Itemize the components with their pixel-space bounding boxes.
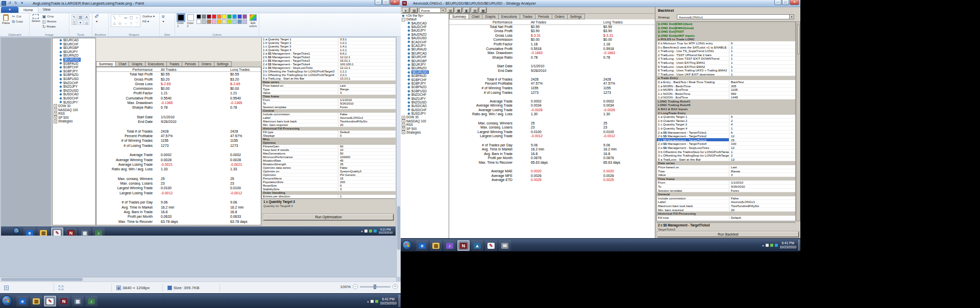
shape-glyph-8[interactable]: ☆ xyxy=(129,21,134,26)
tree-item[interactable]: $AUDCHF xyxy=(401,25,449,29)
mail-icon[interactable]: ✉ xyxy=(499,240,511,251)
shape-glyph-2[interactable]: ▭ xyxy=(123,15,128,20)
start-button[interactable] xyxy=(2,295,12,306)
param-row[interactable]: 1 c Quantity Target 34 xyxy=(657,122,795,126)
tree-item[interactable]: $EURUSD xyxy=(401,70,449,74)
tray-icon[interactable] xyxy=(770,244,773,247)
zoom-slider[interactable] xyxy=(360,286,390,288)
canvas-horizontal-scrollbar[interactable] xyxy=(0,277,396,281)
crop-button[interactable]: ▣Crop xyxy=(42,14,57,19)
run-backtest-button[interactable]: Run Backtest xyxy=(657,232,799,237)
undo-icon[interactable]: ↺ xyxy=(7,1,12,6)
tree-item[interactable]: $CADCHF xyxy=(401,40,449,44)
param-row[interactable]: 3 c Offsetting the TrailingStop for LONG… xyxy=(657,153,795,158)
param-row[interactable]: 1 c NOON - BeginTime950 xyxy=(657,92,795,96)
param-row[interactable]: 0 b Minimum True for MTF LONG entry6 xyxy=(657,41,795,45)
param-row[interactable]: a Trade Entry xyxy=(657,76,795,80)
param-row[interactable]: 1 TrailLong - Use TS_SupaTrend LONG1 xyxy=(657,49,795,53)
palette-swatch-16[interactable] xyxy=(227,19,232,24)
paste-button[interactable]: Paste xyxy=(2,14,10,24)
shape-glyph-7[interactable]: → xyxy=(123,21,128,26)
edit-colors-button[interactable]: Edit colors xyxy=(249,14,257,28)
tray-icon[interactable] xyxy=(371,300,374,303)
expand-icon[interactable]: + xyxy=(402,116,405,119)
analyzer-titlebar[interactable]: N AeurusdLONGv1 - $EURUSD/$EURUSD/$EURUS… xyxy=(401,0,800,7)
tab-executions[interactable]: Executions xyxy=(499,14,520,19)
minimize-button[interactable]: — xyxy=(774,0,781,5)
windows-explorer-icon[interactable]: ▤ xyxy=(30,296,42,306)
parameter-grid-scrollbar[interactable] xyxy=(796,21,800,221)
palette-swatch-7[interactable] xyxy=(232,14,237,19)
hidden-icons-icon[interactable]: ▲ xyxy=(762,244,765,247)
tab-settings[interactable]: Settings xyxy=(568,14,585,19)
maximize-button[interactable]: ▢ xyxy=(382,0,389,5)
expand-icon[interactable]: + xyxy=(402,127,405,131)
tree-item[interactable]: $NZDUSD xyxy=(401,100,449,104)
zoom-in-button[interactable]: + xyxy=(393,284,398,289)
param-row[interactable]: 2 TrailLong - TSST UPtrend flat 2 bars1 xyxy=(657,53,795,57)
param-row[interactable]: 2 e $$ Management - StopLossTicks12 xyxy=(657,146,795,150)
internet-explorer-icon[interactable]: e xyxy=(16,296,29,306)
palette-swatch-4[interactable] xyxy=(217,14,222,19)
start-button[interactable] xyxy=(402,240,412,250)
ninjatrader-icon[interactable]: N xyxy=(457,240,470,251)
color-picker-icon[interactable]: ✦ xyxy=(78,20,83,25)
param-row[interactable]: 1 d NOON - EndTime1445 xyxy=(657,95,795,99)
param-row[interactable]: 1 b MORN - EndTime1105 xyxy=(657,88,795,92)
tab-graphs[interactable]: Graphs xyxy=(482,14,499,19)
tab-periods[interactable]: Periods xyxy=(535,14,552,19)
shape-glyph-5[interactable]: △ xyxy=(112,21,117,26)
palette-swatch-1[interactable] xyxy=(202,14,206,19)
param-row[interactable]: 4 TrailLong - Uses EXITing EMA11 xyxy=(657,61,795,65)
eraser-icon[interactable]: ◫ xyxy=(71,20,77,25)
param-row[interactable]: Include commissionFalse xyxy=(657,196,795,200)
tree-item[interactable]: $EURCHF xyxy=(401,55,449,59)
tree-item[interactable]: +NASDAQ 100 xyxy=(401,119,449,123)
hidden-icons-icon[interactable]: ▲ xyxy=(367,300,370,303)
param-row[interactable]: [LONG Exit]EMA2(slow) xyxy=(657,26,795,30)
tree-item[interactable]: <On the fly> xyxy=(401,14,449,17)
palette-swatch-18[interactable] xyxy=(237,19,242,24)
palette-swatch-0[interactable] xyxy=(197,14,201,19)
copy-button[interactable]: ⧉Copy xyxy=(12,19,23,24)
display-unit-dropdown[interactable]: Points ▼ xyxy=(419,8,446,13)
tree-item[interactable]: $USDCAD xyxy=(401,104,449,108)
param-row[interactable]: a RULES to Trade LONG xyxy=(657,37,795,41)
param-row[interactable]: LabelAeurusdLONGv1 xyxy=(657,200,795,204)
palette-swatch-8[interactable] xyxy=(237,14,242,19)
param-row[interactable]: 2 LongTrade Entry xyxy=(657,111,795,115)
canvas-vertical-scrollbar[interactable] xyxy=(396,37,401,277)
paint-icon[interactable]: ✎ xyxy=(485,240,497,251)
param-row[interactable]: 1 d Quantity Target 41 xyxy=(657,126,795,131)
app-window-1-icon[interactable]: ▦ xyxy=(71,296,84,306)
tree-item[interactable]: $NZDJPY xyxy=(401,97,449,100)
palette-swatch-2[interactable] xyxy=(207,14,211,19)
select-button[interactable]: Select xyxy=(32,14,40,22)
instrument-list-icon[interactable]: ▤ xyxy=(411,8,418,13)
scrollbar-thumb[interactable] xyxy=(1,278,83,281)
toolbar-icon-3[interactable]: ◧ xyxy=(463,8,470,13)
param-row[interactable]: [LONG Exit]TSST xyxy=(657,30,795,34)
param-row[interactable]: b BA1 & BA2 Inputs xyxy=(657,107,795,111)
tree-item[interactable]: +SP 500 xyxy=(401,127,449,131)
qat-dropdown-icon[interactable]: ▾ xyxy=(19,1,24,6)
param-row[interactable]: From1/1/2010 xyxy=(657,181,795,185)
param-row[interactable]: General xyxy=(657,192,795,196)
param-row[interactable]: 6 TrailLong - Uses Trailing UKF2 + Trail… xyxy=(657,68,795,72)
scrollbar-thumb[interactable] xyxy=(397,206,400,250)
param-row[interactable]: 2 b $$ Management - TargetTicks212 xyxy=(657,134,795,138)
palette-swatch-9[interactable] xyxy=(242,14,247,19)
param-row[interactable]: 0 a Entry - BackTest / Real-Time Trading… xyxy=(657,80,795,84)
tree-item[interactable]: $CADJPY xyxy=(401,44,449,47)
expand-icon[interactable]: + xyxy=(402,119,405,123)
param-row[interactable]: 0 c BarsArray2 uses the SATLplot +1 to E… xyxy=(657,45,795,49)
palette-swatch-15[interactable] xyxy=(222,19,227,24)
paint-image-bitmap[interactable]: $EURCAD$EURCHF$EURGBP$EURJPY$EURNZD$EURU… xyxy=(1,38,396,236)
param-row[interactable]: 5 TrailLong - Uses EXITing EMA21 xyxy=(657,65,795,69)
tree-item[interactable]: $AUDNZD xyxy=(401,33,449,36)
param-row[interactable]: [LONG Exit]EMA1(fast) xyxy=(657,22,795,26)
param-row[interactable]: 3 TrailLong - Uses TSST EXIT DOWNTrend1 xyxy=(657,57,795,61)
tree-item[interactable]: $AUDCAD xyxy=(401,21,449,25)
tab-trades[interactable]: Trades xyxy=(520,14,535,19)
tree-item[interactable]: $EURGBP xyxy=(401,59,449,63)
